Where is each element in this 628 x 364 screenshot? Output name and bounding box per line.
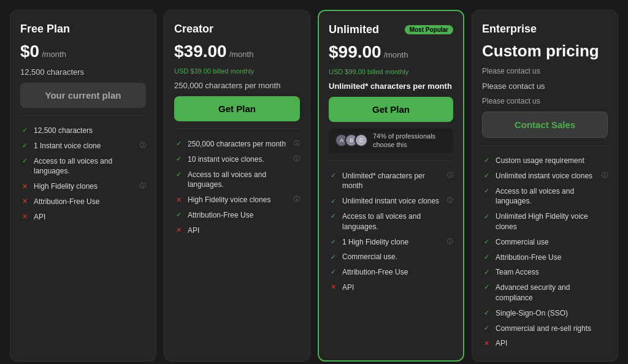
feature-item: ✕API <box>482 338 608 349</box>
avatar-group: ABC <box>335 134 368 147</box>
feature-item: ✓Custom usage requirement <box>482 156 608 166</box>
check-icon: ✓ <box>20 126 29 135</box>
feature-text: High Fidelity clones <box>34 181 136 192</box>
plan-name-enterprise: Enterprise <box>482 23 537 36</box>
feature-text: Access to all voices and languages. <box>496 186 608 207</box>
price-billed-unlimited: USD $99.00 billed monthly <box>329 68 453 75</box>
feature-row: API <box>188 226 300 236</box>
plan-divider <box>174 129 300 129</box>
price-amount-enterprise: Custom pricing <box>482 42 599 61</box>
check-icon: ✓ <box>329 212 337 221</box>
info-icon[interactable]: ⓘ <box>447 171 453 180</box>
check-icon: ✓ <box>174 170 183 179</box>
feature-row: Advanced security and compliance <box>496 282 608 303</box>
plan-button-unlimited[interactable]: Get Plan <box>329 97 453 122</box>
feature-text: Access to all voices and languages. <box>342 211 453 232</box>
plan-price-unlimited: $99.00/month <box>329 42 453 62</box>
plan-card-free: Free Plan$0/month12,500 charactersYour c… <box>10 10 156 362</box>
feature-text: Custom usage requirement <box>496 156 608 166</box>
feature-item: ✓Commercial and re-sell rights <box>482 324 608 334</box>
feature-item: ✓10 instant voice clones.ⓘ <box>174 154 300 165</box>
plan-button-enterprise[interactable]: Contact Sales <box>482 112 608 138</box>
price-period-creator: /month <box>229 50 254 59</box>
check-icon: ✓ <box>482 212 491 221</box>
check-icon: ✓ <box>329 238 337 246</box>
professionals-banner: ABC74% of professionals choose this <box>329 128 453 153</box>
feature-row: High Fidelity voice clonesⓘ <box>188 195 300 205</box>
info-icon[interactable]: ⓘ <box>447 196 453 205</box>
feature-row: Attribution-Free Use <box>34 197 146 207</box>
feature-item: ✕API <box>329 282 453 293</box>
feature-item: ✓Unlimited* characters per monthⓘ <box>329 171 453 192</box>
feature-item: ✓Access to all voices and languages. <box>482 186 608 207</box>
feature-text: Unlimited High Fidelity voice clones <box>496 211 608 232</box>
feature-text: Team Access <box>496 267 608 278</box>
plan-price-enterprise: Custom pricing <box>482 42 608 61</box>
feature-text: 10 instant voice clones. <box>188 154 290 165</box>
cross-icon: ✕ <box>20 182 29 191</box>
feature-item: ✓Access to all voices and languages. <box>174 170 300 191</box>
plan-card-creator: Creator$39.00/monthUSD $39.00 billed mon… <box>164 10 310 362</box>
info-icon[interactable]: ⓘ <box>294 139 300 148</box>
check-icon: ✓ <box>482 253 491 262</box>
cross-icon: ✕ <box>482 339 491 347</box>
info-icon[interactable]: ⓘ <box>140 141 146 150</box>
plan-divider <box>329 161 453 161</box>
plan-name-unlimited: Unlimited <box>329 23 379 36</box>
check-icon: ✓ <box>329 268 337 276</box>
cross-icon: ✕ <box>174 226 183 235</box>
plan-characters-unlimited: Unlimited* characters per month <box>329 82 453 91</box>
feature-row: Commercial use. <box>342 252 453 262</box>
plan-characters-free: 12,500 characters <box>20 67 146 77</box>
cross-icon: ✕ <box>329 283 337 292</box>
plan-name-creator: Creator <box>174 23 213 36</box>
feature-item: ✓Attribution-Free Use <box>174 210 300 221</box>
feature-row: Unlimited instant voice clonesⓘ <box>342 196 453 207</box>
check-icon: ✓ <box>482 309 491 317</box>
info-icon[interactable]: ⓘ <box>294 195 300 203</box>
features-list-free: ✓12,500 characters✓1 Instant voice clone… <box>20 126 146 222</box>
plan-header-creator: Creator <box>174 23 300 36</box>
feature-row: Attribution-Free Use <box>496 252 608 263</box>
feature-text: Advanced security and compliance <box>496 282 608 303</box>
info-icon[interactable]: ⓘ <box>294 154 300 163</box>
feature-text: API <box>342 282 453 293</box>
info-icon[interactable]: ⓘ <box>140 181 146 190</box>
feature-row: 1 High Fidelity cloneⓘ <box>342 237 453 248</box>
feature-row: High Fidelity clonesⓘ <box>34 181 146 192</box>
feature-text: Attribution-Free Use <box>342 267 453 278</box>
feature-item: ✓Unlimited High Fidelity voice clones <box>482 211 608 232</box>
info-icon[interactable]: ⓘ <box>447 237 453 246</box>
plan-divider <box>20 115 146 116</box>
plan-card-enterprise: EnterpriseCustom pricingPlease contact u… <box>472 10 618 362</box>
feature-row: Custom usage requirement <box>496 156 608 166</box>
price-amount-unlimited: $99.00 <box>329 42 381 62</box>
feature-item: ✓Access to all voices and languages. <box>20 156 146 177</box>
cross-icon: ✕ <box>20 213 29 221</box>
plan-button-creator[interactable]: Get Plan <box>174 96 300 121</box>
feature-row: API <box>496 338 608 349</box>
plan-header-free: Free Plan <box>20 23 146 36</box>
feature-item: ✕Attribution-Free Use <box>20 197 146 207</box>
feature-item: ✓Unlimited instant voice clonesⓘ <box>329 196 453 207</box>
plan-name-free: Free Plan <box>20 23 70 36</box>
feature-text: API <box>188 226 300 236</box>
price-amount-free: $0 <box>20 42 39 61</box>
features-list-creator: ✓250,000 characters per monthⓘ✓10 instan… <box>174 139 300 236</box>
feature-text: API <box>496 338 608 349</box>
feature-row: 250,000 characters per monthⓘ <box>188 139 300 150</box>
feature-text: 1 Instant voice clone <box>34 141 136 151</box>
check-icon: ✓ <box>482 187 491 195</box>
plan-divider <box>482 145 608 146</box>
check-icon: ✓ <box>20 157 29 165</box>
feature-text: Commercial and re-sell rights <box>496 324 608 334</box>
feature-text: 1 High Fidelity clone <box>342 237 443 248</box>
features-list-unlimited: ✓Unlimited* characters per monthⓘ✓Unlimi… <box>329 171 453 293</box>
check-icon: ✓ <box>482 238 491 246</box>
feature-item: ✓1 High Fidelity cloneⓘ <box>329 237 453 248</box>
check-icon: ✓ <box>329 197 337 205</box>
info-icon[interactable]: ⓘ <box>602 171 608 180</box>
cross-icon: ✕ <box>20 197 29 206</box>
check-icon: ✓ <box>482 283 491 292</box>
cross-icon: ✕ <box>174 195 183 204</box>
